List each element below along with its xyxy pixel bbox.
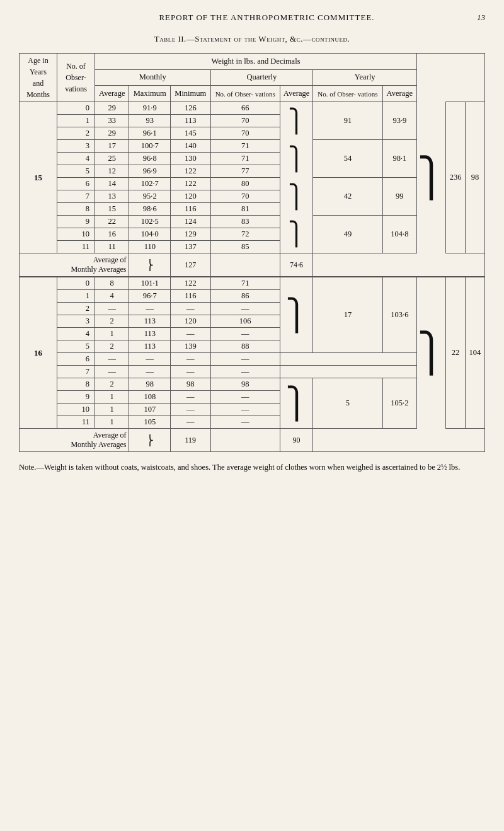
q-obs-cell: 5 xyxy=(313,378,382,429)
table-row: 7———— xyxy=(20,366,485,378)
y-obs-cell: 22 xyxy=(446,277,466,429)
avg-cell: 96·8 xyxy=(129,153,171,165)
min-cell: 70 xyxy=(210,190,280,203)
monthly-header: Monthly xyxy=(95,69,211,86)
month-cell: 5 xyxy=(57,165,95,178)
min-cell: 70 xyxy=(210,127,280,140)
month-cell: 0 xyxy=(57,102,95,115)
avg-cell: 96·7 xyxy=(129,290,171,303)
obs-cell: 22 xyxy=(95,216,129,228)
avg-label: Average ofMonthly Averages xyxy=(20,253,129,277)
quarterly-brace: ⎫ xyxy=(280,277,312,353)
min-cell: — xyxy=(210,404,280,416)
obs-cell: 1 xyxy=(95,404,129,416)
table-body: 1502991·912666⎫9193·9⎫236981339311370229… xyxy=(20,102,485,452)
q-obs-cell: 42 xyxy=(313,178,382,216)
max-cell: 122 xyxy=(171,165,210,178)
min-cell: — xyxy=(210,366,280,378)
y-avg-cell: 104 xyxy=(465,277,484,429)
avg-cell: 98·6 xyxy=(129,203,171,216)
min-cell: — xyxy=(210,416,280,429)
min-cell: — xyxy=(210,353,280,366)
avg-monthly-row-2: Average ofMonthly Averages⎬11990 xyxy=(20,429,485,452)
table-row: 922102·512483⎫49104·8 xyxy=(20,216,485,228)
max-cell: 126 xyxy=(171,102,210,115)
quarterly-brace: ⎫ xyxy=(280,102,312,140)
avg-cell: 101·1 xyxy=(129,277,171,290)
age-year-cell: 16 xyxy=(20,277,57,429)
max-cell: 140 xyxy=(171,140,210,153)
avg-cell: 100·7 xyxy=(129,140,171,153)
month-cell: 11 xyxy=(57,416,95,429)
max-cell: 113 xyxy=(171,115,210,127)
min-cell: 106 xyxy=(210,315,280,328)
min-cell: 80 xyxy=(210,178,280,190)
obs-cell: 29 xyxy=(95,127,129,140)
q-avg-cell: 104·8 xyxy=(382,216,416,253)
obs-cell: 29 xyxy=(95,102,129,115)
obs-cell: 12 xyxy=(95,165,129,178)
obs-cell: 1 xyxy=(95,391,129,404)
avg-min-val-2: 90 xyxy=(280,429,312,452)
avg-monthly-val: 127 xyxy=(171,253,210,277)
obs-cell: 2 xyxy=(95,340,129,353)
max-cell: 116 xyxy=(171,203,210,216)
avg-cell: 113 xyxy=(129,340,171,353)
max-cell: 98 xyxy=(171,378,210,391)
avg-cell: 113 xyxy=(129,315,171,328)
min-cell: 72 xyxy=(210,228,280,241)
q-obs-cell: 91 xyxy=(313,102,382,140)
table-row: 317100·714071⎫5498·1 xyxy=(20,140,485,153)
quarterly-brace: ⎫ xyxy=(280,178,312,216)
empty-cell xyxy=(210,253,280,277)
avg-cell: 95·2 xyxy=(129,190,171,203)
y-obs-cell: 236 xyxy=(446,102,466,253)
avg-brace: ⎬ xyxy=(129,253,171,277)
table-row: 6———— xyxy=(20,353,485,366)
min-cell: 98 xyxy=(210,378,280,391)
max-cell: 124 xyxy=(171,216,210,228)
avg-cell: 102·5 xyxy=(129,216,171,228)
max-cell: 120 xyxy=(171,190,210,203)
min-cell: 88 xyxy=(210,340,280,353)
min-cell: 66 xyxy=(210,102,280,115)
month-cell: 3 xyxy=(57,315,95,328)
age-year-cell: 15 xyxy=(20,102,57,253)
avg-brace-2: ⎬ xyxy=(129,429,171,452)
month-cell: 6 xyxy=(57,178,95,190)
q-avg-cell: 93·9 xyxy=(382,102,416,140)
avg-cell: 107 xyxy=(129,404,171,416)
q-avg-cell: 98·1 xyxy=(382,140,416,178)
month-cell: 2 xyxy=(57,303,95,315)
obs-cell: 2 xyxy=(95,315,129,328)
avg-cell: 113 xyxy=(129,328,171,340)
avg-cell: 110 xyxy=(129,241,171,253)
empty-cell-2 xyxy=(210,429,280,452)
avg-cell: 102·7 xyxy=(129,178,171,190)
main-table: Age inYearsandMonths No. ofObser-vations… xyxy=(19,53,485,452)
obs-cell: 16 xyxy=(95,228,129,241)
obs-cell: 25 xyxy=(95,153,129,165)
q-avg-cell: 105·2 xyxy=(382,378,416,429)
avg-label-2: Average ofMonthly Averages xyxy=(20,429,129,452)
table-title: Table II.—Statement of the Weight, &c.—c… xyxy=(19,34,485,44)
avg-q-header: Average xyxy=(280,86,312,102)
obs-cell: 33 xyxy=(95,115,129,127)
max-cell: 120 xyxy=(171,315,210,328)
max-cell: 129 xyxy=(171,228,210,241)
max-cell: — xyxy=(171,303,210,315)
quarterly-brace: ⎫ xyxy=(280,140,312,178)
month-cell: 8 xyxy=(57,378,95,391)
month-cell: 7 xyxy=(57,366,95,378)
min-cell: 71 xyxy=(210,140,280,153)
obs-cell: 1 xyxy=(95,416,129,429)
no-of-obser-y-header: No. of Obser- vations xyxy=(313,86,382,102)
empty-q xyxy=(280,366,416,378)
obs-cell: — xyxy=(95,366,129,378)
month-cell: 1 xyxy=(57,115,95,127)
q-avg-cell: 99 xyxy=(382,178,416,216)
quarterly-brace: ⎫ xyxy=(280,378,312,429)
avg-monthly-val-2: 119 xyxy=(171,429,210,452)
max-cell: 122 xyxy=(171,178,210,190)
obs-cell: 8 xyxy=(95,277,129,290)
